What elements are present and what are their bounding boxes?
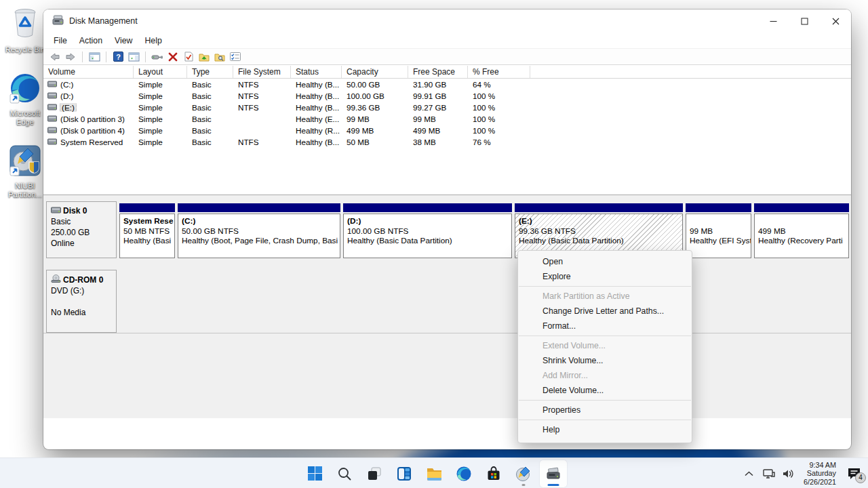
partition-name	[758, 216, 845, 226]
cdrom-icon	[51, 274, 61, 285]
partition-box[interactable]: System Rese50 MB NTFSHealthy (Basi	[119, 214, 175, 258]
column-header-volume[interactable]: Volume	[43, 66, 134, 78]
rescan-disks-icon[interactable]	[151, 51, 163, 62]
partition[interactable]: 99 MBHealthy (EFI Syst	[686, 201, 751, 258]
context-menu-item-format[interactable]: Format...	[518, 319, 692, 333]
edge-button[interactable]	[450, 460, 477, 487]
disk0-panel[interactable]: Disk 0 Basic 250.00 GB Online	[46, 201, 117, 258]
partition[interactable]: (C:)50.00 GB NTFSHealthy (Boot, Page Fil…	[178, 201, 340, 258]
checklist-icon[interactable]	[229, 51, 241, 62]
niubi-partition-editor-icon	[9, 144, 41, 180]
context-menu-item-change-drive-letter-and-paths[interactable]: Change Drive Letter and Paths...	[518, 304, 692, 319]
desktop-icon-niubi[interactable]: NIUBI Partition...	[3, 144, 47, 199]
start-button[interactable]	[301, 460, 328, 487]
cell-status: Healthy (B...	[291, 92, 342, 100]
context-menu-item-extend-volume: Extend Volume...	[518, 338, 692, 353]
taskbar-buttons	[0, 458, 868, 488]
disk-management-window: Disk Management File Action View Help	[43, 9, 851, 449]
cdrom-name: CD-ROM 0	[63, 275, 103, 285]
volume-label: (E:)	[60, 103, 76, 112]
check-document-icon[interactable]	[182, 51, 195, 62]
volume-row[interactable]: System ReservedSimpleBasicNTFSHealthy (B…	[43, 136, 851, 148]
column-header-file-system[interactable]: File System	[233, 66, 291, 78]
folder-up-icon[interactable]	[198, 51, 210, 62]
disk0-kind: Basic	[51, 217, 112, 226]
minimize-button[interactable]	[757, 9, 789, 33]
store-button[interactable]	[480, 460, 507, 487]
menu-action[interactable]: Action	[73, 34, 108, 47]
column-header-free-space[interactable]: Free Space	[408, 66, 468, 78]
context-menu-item-delete-volume[interactable]: Delete Volume...	[518, 383, 692, 398]
help-icon[interactable]: ?	[112, 51, 124, 62]
delete-icon[interactable]	[167, 51, 179, 62]
file-explorer-button[interactable]	[420, 460, 448, 487]
folder-find-icon[interactable]	[214, 51, 226, 62]
volume-row[interactable]: (Disk 0 partition 4)SimpleBasicHealthy (…	[43, 125, 851, 136]
context-menu-item-explore[interactable]: Explore	[518, 269, 692, 284]
cell-free: 99.91 GB	[408, 92, 468, 100]
disk-drive-icon	[51, 206, 61, 216]
cell-capacity: 499 MB	[342, 126, 408, 135]
cell-pct: 100 %	[468, 115, 530, 123]
clock[interactable]: 9:34 AM Saturday 6/26/2021	[801, 461, 839, 487]
niubi-taskbar-button[interactable]	[510, 460, 537, 487]
partition-box[interactable]: (C:)50.00 GB NTFSHealthy (Boot, Page Fil…	[178, 214, 340, 258]
column-header-type[interactable]: Type	[187, 66, 233, 78]
partition[interactable]: System Rese50 MB NTFSHealthy (Basi	[119, 201, 175, 258]
disk-management-app-icon	[52, 15, 64, 28]
tray-chevron-up-icon[interactable]	[742, 466, 757, 481]
tray-network-icon[interactable]	[762, 466, 776, 481]
context-menu-item-help[interactable]: Help	[518, 422, 692, 437]
column-header-capacity[interactable]: Capacity	[342, 66, 408, 78]
partition-name	[690, 216, 747, 226]
partition[interactable]: (D:)100.00 GB NTFSHealthy (Basic Data Pa…	[343, 201, 512, 258]
disk-management-taskbar-button[interactable]	[540, 460, 567, 487]
cell-free: 38 MB	[408, 138, 468, 146]
back-icon[interactable]	[49, 51, 61, 62]
partition-status: Healthy (Basi	[123, 236, 171, 246]
console-tree-icon[interactable]	[88, 51, 100, 62]
context-menu-item-shrink-volume[interactable]: Shrink Volume...	[518, 353, 692, 368]
file-explorer-icon	[426, 466, 443, 481]
cell-volume: (E:)	[43, 103, 134, 112]
volume-row[interactable]: (D:)SimpleBasicNTFSHealthy (B...100.00 G…	[43, 90, 851, 102]
menu-file[interactable]: File	[47, 34, 73, 47]
cell-layout: Simple	[134, 103, 187, 112]
context-menu-item-properties[interactable]: Properties	[518, 403, 692, 418]
volume-row[interactable]: (Disk 0 partition 3)SimpleBasicHealthy (…	[43, 113, 851, 125]
forward-icon[interactable]	[64, 51, 77, 62]
volume-row[interactable]: (C:)SimpleBasicNTFSHealthy (B...50.00 GB…	[43, 79, 851, 90]
menu-help[interactable]: Help	[138, 34, 167, 47]
maximize-button[interactable]	[789, 9, 820, 33]
titlebar[interactable]: Disk Management	[43, 9, 851, 33]
column-header-status[interactable]: Status	[291, 66, 342, 78]
notification-center-button[interactable]: 4	[844, 464, 864, 484]
notification-badge: 4	[855, 472, 866, 483]
column-header-layout[interactable]: Layout	[134, 66, 187, 78]
volume-row[interactable]: (E:)SimpleBasicNTFSHealthy (B...99.36 GB…	[43, 102, 851, 113]
cell-type: Basic	[187, 92, 233, 100]
cell-type: Basic	[187, 80, 233, 89]
close-button[interactable]	[820, 9, 851, 33]
menu-view[interactable]: View	[108, 34, 138, 47]
context-menu-item-open[interactable]: Open	[518, 254, 692, 269]
partition-box[interactable]: 499 MBHealthy (Recovery Parti	[754, 214, 849, 258]
volume-label: (Disk 0 partition 4)	[60, 126, 125, 135]
widgets-button[interactable]	[391, 460, 418, 487]
desktop-icon-microsoft-edge[interactable]: Microsoft Edge	[3, 72, 47, 127]
partition[interactable]: 499 MBHealthy (Recovery Parti	[754, 201, 849, 258]
action-pane-icon[interactable]	[127, 51, 140, 62]
column-header-pct-free[interactable]: % Free	[468, 66, 530, 78]
search-button[interactable]	[331, 460, 358, 487]
disk-management-icon	[545, 466, 562, 482]
niubi-partition-editor-icon	[515, 465, 532, 483]
task-view-button[interactable]	[361, 460, 388, 487]
disk0-size: 250.00 GB	[51, 228, 112, 237]
partition-size: 499 MB	[758, 226, 845, 237]
cell-layout: Simple	[134, 138, 187, 146]
desktop-icon-recycle-bin[interactable]: Recycle Bin	[3, 5, 47, 54]
partition-box[interactable]: 99 MBHealthy (EFI Syst	[686, 214, 751, 258]
tray-volume-icon[interactable]	[781, 466, 796, 481]
cdrom-panel[interactable]: CD-ROM 0 DVD (G:) No Media	[46, 270, 117, 333]
partition-box[interactable]: (D:)100.00 GB NTFSHealthy (Basic Data Pa…	[343, 214, 512, 258]
